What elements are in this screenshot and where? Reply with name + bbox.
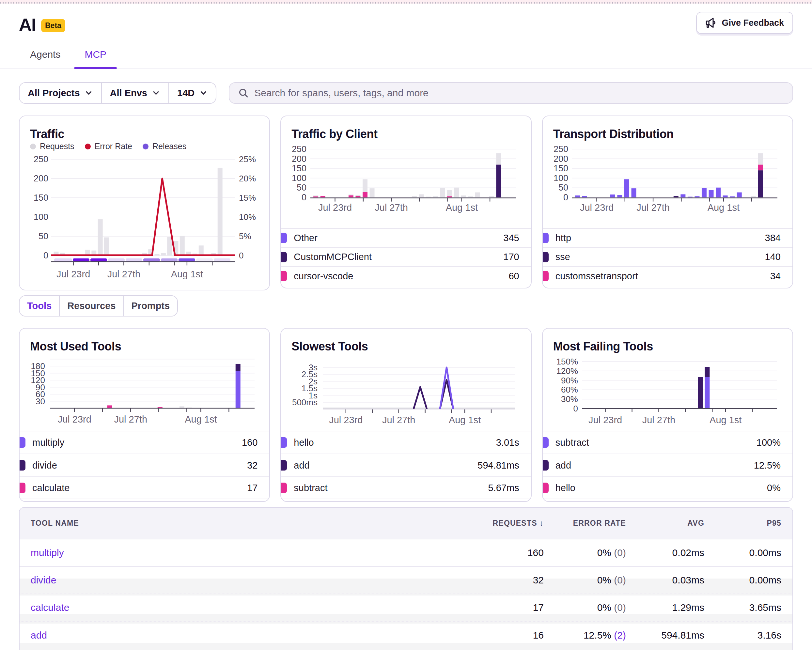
svg-text:Jul 23rd: Jul 23rd	[318, 202, 352, 213]
svg-text:50: 50	[38, 231, 48, 241]
svg-text:0: 0	[239, 250, 243, 260]
svg-text:0: 0	[563, 192, 568, 202]
svg-text:150: 150	[292, 163, 307, 173]
svg-text:0: 0	[43, 250, 48, 260]
svg-text:30: 30	[35, 397, 45, 406]
svg-text:0: 0	[302, 192, 307, 202]
svg-text:Aug 1st: Aug 1st	[707, 202, 739, 213]
svg-text:250: 250	[34, 154, 48, 164]
svg-text:Jul 27th: Jul 27th	[375, 202, 408, 213]
svg-text:Aug 1st: Aug 1st	[710, 415, 742, 425]
svg-text:50: 50	[297, 183, 307, 192]
svg-text:500ms: 500ms	[292, 397, 317, 407]
svg-text:Jul 27th: Jul 27th	[642, 415, 675, 425]
svg-text:Aug 1st: Aug 1st	[446, 202, 478, 213]
svg-text:Jul 23rd: Jul 23rd	[56, 269, 90, 279]
svg-text:Jul 27th: Jul 27th	[382, 415, 415, 425]
svg-text:Aug 1st: Aug 1st	[185, 414, 217, 424]
svg-text:10%: 10%	[239, 212, 256, 222]
svg-text:0: 0	[573, 404, 578, 413]
svg-text:150: 150	[554, 163, 568, 173]
svg-text:30%: 30%	[561, 394, 578, 404]
svg-text:200: 200	[292, 154, 307, 164]
svg-text:100: 100	[34, 212, 48, 222]
svg-text:90%: 90%	[561, 375, 578, 385]
svg-text:150%: 150%	[556, 357, 578, 366]
svg-text:100: 100	[292, 173, 307, 183]
svg-text:100: 100	[554, 173, 568, 183]
svg-text:60%: 60%	[561, 385, 578, 395]
svg-text:15%: 15%	[239, 193, 256, 203]
svg-text:Jul 23rd: Jul 23rd	[588, 415, 622, 425]
svg-text:25%: 25%	[239, 154, 256, 164]
svg-text:150: 150	[34, 193, 48, 203]
svg-text:120%: 120%	[556, 366, 578, 376]
svg-text:Jul 23rd: Jul 23rd	[58, 414, 92, 424]
svg-text:5%: 5%	[239, 231, 251, 241]
svg-text:Jul 27th: Jul 27th	[107, 269, 140, 279]
svg-text:Aug 1st: Aug 1st	[171, 269, 203, 279]
svg-text:200: 200	[554, 154, 568, 164]
svg-text:250: 250	[292, 144, 307, 154]
svg-text:50: 50	[559, 183, 568, 192]
svg-text:200: 200	[34, 174, 48, 183]
svg-text:Jul 23rd: Jul 23rd	[329, 415, 363, 425]
svg-text:250: 250	[554, 144, 568, 154]
svg-text:Jul 27th: Jul 27th	[114, 414, 147, 424]
svg-text:Jul 27th: Jul 27th	[636, 202, 670, 213]
svg-text:20%: 20%	[239, 174, 256, 183]
svg-text:Jul 23rd: Jul 23rd	[580, 202, 614, 213]
svg-text:Aug 1st: Aug 1st	[449, 415, 481, 425]
